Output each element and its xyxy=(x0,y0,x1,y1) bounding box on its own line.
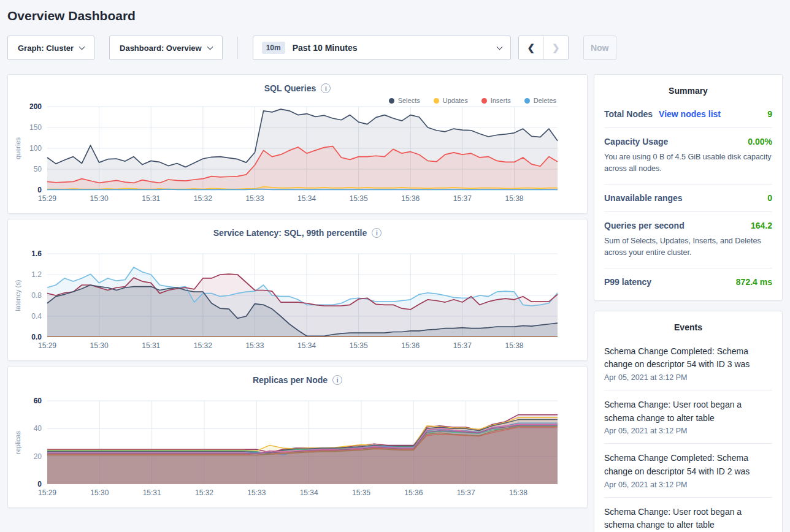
service-latency-card: Service Latency: SQL, 99th percentile i … xyxy=(7,219,588,361)
svg-text:100: 100 xyxy=(29,144,42,153)
service-latency-chart[interactable]: 0.00.40.81.21.615:2915:3015:3115:3215:33… xyxy=(8,238,587,355)
svg-text:15:31: 15:31 xyxy=(142,341,160,350)
sql-queries-card: SQL Queries i SelectsUpdatesInsertsDelet… xyxy=(7,74,588,214)
svg-text:1.2: 1.2 xyxy=(31,270,42,279)
summary-description: You are using 0 B of 4.5 GiB usable disk… xyxy=(604,151,772,175)
view-nodes-list-link[interactable]: View nodes list xyxy=(659,109,721,119)
replicas-per-node-chart[interactable]: 020406015:2915:3015:3115:3215:3315:3415:… xyxy=(8,385,587,503)
toolbar: Graph: Cluster Dashboard: Overview 10m P… xyxy=(7,36,783,60)
svg-text:15:29: 15:29 xyxy=(38,341,56,350)
event-item: Schema Change: User root began a schema … xyxy=(604,498,772,532)
graph-dropdown[interactable]: Graph: Cluster xyxy=(7,36,94,60)
page-title: Overview Dashboard xyxy=(7,0,783,36)
previous-time-button[interactable]: ❮ xyxy=(519,36,543,59)
event-item: Schema Change Completed: Schema change o… xyxy=(604,444,772,497)
summary-panel: Summary Total Nodes View nodes list 9 Ca… xyxy=(594,74,783,301)
event-item: Schema Change: User root began a schema … xyxy=(604,390,772,444)
svg-text:0.4: 0.4 xyxy=(31,312,42,321)
event-item: Schema Change Completed: Schema change o… xyxy=(604,337,772,390)
toolbar-divider xyxy=(237,37,238,59)
summary-row-unavailable-ranges: Unavailable ranges 0 xyxy=(604,184,772,212)
svg-text:0: 0 xyxy=(37,186,42,194)
svg-text:15:29: 15:29 xyxy=(38,488,56,497)
svg-text:15:33: 15:33 xyxy=(245,341,264,350)
summary-value: 0.00% xyxy=(748,137,772,146)
time-range-label: Past 10 Minutes xyxy=(293,43,490,53)
legend-item[interactable]: Selects xyxy=(389,97,420,104)
legend-item[interactable]: Updates xyxy=(434,97,468,104)
svg-text:15:30: 15:30 xyxy=(90,488,109,497)
events-title: Events xyxy=(604,320,772,337)
svg-text:15:32: 15:32 xyxy=(195,488,213,497)
svg-text:queries: queries xyxy=(14,137,21,159)
time-range-dropdown[interactable]: 10m Past 10 Minutes xyxy=(253,36,511,60)
chart-title: Replicas per Node xyxy=(253,375,328,385)
info-icon[interactable]: i xyxy=(332,375,342,385)
svg-text:15:38: 15:38 xyxy=(509,488,527,497)
time-pager: ❮ ❯ xyxy=(518,36,569,60)
replicas-per-node-card: Replicas per Node i 020406015:2915:3015:… xyxy=(7,366,588,508)
svg-text:15:32: 15:32 xyxy=(194,341,212,350)
summary-description: Sum of Selects, Updates, Inserts, and De… xyxy=(604,235,772,259)
event-timestamp: Apr 05, 2021 at 3:12 PM xyxy=(604,427,772,435)
svg-text:15:34: 15:34 xyxy=(300,488,318,497)
summary-value: 164.2 xyxy=(751,221,772,230)
svg-text:1.6: 1.6 xyxy=(31,249,42,258)
summary-label: Queries per second xyxy=(604,221,685,230)
summary-row-p99-latency: P99 latency 872.4 ms xyxy=(604,268,772,295)
events-panel: Events Schema Change Completed: Schema c… xyxy=(594,311,783,532)
summary-value: 872.4 ms xyxy=(736,277,772,287)
legend-dot-icon xyxy=(481,98,487,104)
chart-title-row: Service Latency: SQL, 99th percentile i xyxy=(8,228,587,238)
event-text[interactable]: Schema Change: User root began a schema … xyxy=(604,506,772,532)
summary-row-queries-per-second: Queries per second 164.2 Sum of Selects,… xyxy=(604,212,772,268)
legend-dot-icon xyxy=(389,98,394,104)
svg-text:15:31: 15:31 xyxy=(142,194,160,203)
charts-column: SQL Queries i SelectsUpdatesInsertsDelet… xyxy=(7,74,588,508)
svg-text:60: 60 xyxy=(34,397,42,405)
sql-queries-chart[interactable]: 05010015020015:2915:3015:3115:3215:3315:… xyxy=(8,102,587,208)
event-text[interactable]: Schema Change Completed: Schema change o… xyxy=(604,452,772,478)
legend-dot-icon xyxy=(524,98,530,104)
dashboard-dropdown[interactable]: Dashboard: Overview xyxy=(109,36,223,60)
chart-title-row: Replicas per Node i xyxy=(8,375,587,385)
summary-label: Total Nodes xyxy=(604,109,653,119)
chart-title-row: SQL Queries i xyxy=(8,83,587,93)
sql-queries-legend: SelectsUpdatesInsertsDeletes xyxy=(8,93,587,102)
chevron-right-icon: ❯ xyxy=(552,42,560,53)
svg-text:15:33: 15:33 xyxy=(245,194,264,203)
svg-text:15:32: 15:32 xyxy=(194,194,212,203)
svg-text:15:35: 15:35 xyxy=(350,341,368,350)
event-timestamp: Apr 05, 2021 at 3:12 PM xyxy=(604,373,772,382)
summary-row-total-nodes: Total Nodes View nodes list 9 xyxy=(604,101,772,128)
svg-text:0.0: 0.0 xyxy=(31,333,42,341)
info-icon[interactable]: i xyxy=(321,83,331,93)
chart-title: Service Latency: SQL, 99th percentile xyxy=(213,228,367,238)
summary-value: 0 xyxy=(767,193,772,203)
svg-text:15:37: 15:37 xyxy=(453,341,472,350)
svg-text:15:37: 15:37 xyxy=(453,194,472,203)
svg-text:replicas: replicas xyxy=(14,431,21,454)
summary-label: P99 latency xyxy=(604,277,651,287)
now-button[interactable]: Now xyxy=(583,36,616,60)
legend-dot-icon xyxy=(434,98,439,104)
svg-text:150: 150 xyxy=(29,123,42,132)
chevron-down-icon xyxy=(79,44,85,50)
next-time-button[interactable]: ❯ xyxy=(543,36,568,59)
svg-text:15:37: 15:37 xyxy=(457,488,475,497)
event-text[interactable]: Schema Change Completed: Schema change o… xyxy=(604,345,772,371)
summary-label: Capacity Usage xyxy=(604,137,668,146)
summary-title: Summary xyxy=(604,83,772,101)
time-range-badge: 10m xyxy=(262,42,285,54)
event-text[interactable]: Schema Change: User root began a schema … xyxy=(604,398,772,425)
svg-text:15:38: 15:38 xyxy=(505,341,523,350)
summary-value: 9 xyxy=(767,109,772,119)
svg-text:15:36: 15:36 xyxy=(401,341,420,350)
legend-item[interactable]: Deletes xyxy=(524,97,556,104)
event-timestamp: Apr 05, 2021 at 3:12 PM xyxy=(604,481,772,489)
legend-item[interactable]: Inserts xyxy=(481,97,511,104)
svg-text:50: 50 xyxy=(34,165,42,173)
info-icon[interactable]: i xyxy=(372,228,382,238)
svg-text:20: 20 xyxy=(34,452,42,461)
svg-text:15:29: 15:29 xyxy=(38,194,56,203)
